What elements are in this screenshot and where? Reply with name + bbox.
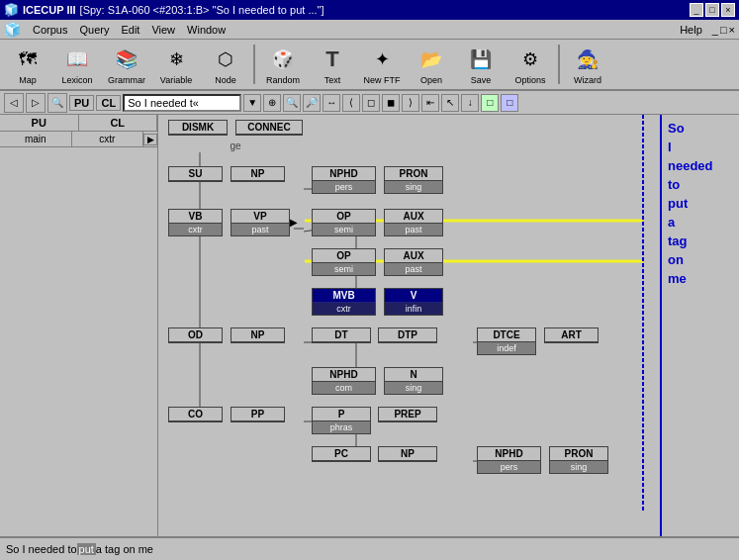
search-prev-button[interactable]: ◁ — [4, 93, 24, 113]
node-np3[interactable]: NP — [378, 446, 437, 462]
app-close-button[interactable]: × — [729, 24, 735, 36]
word-me[interactable]: me — [664, 269, 737, 288]
arrow-button[interactable]: ▶ — [143, 134, 157, 145]
right-panel: So I needed to put a tag on me — [660, 115, 739, 536]
word-tag[interactable]: tag — [664, 232, 737, 250]
node-op1[interactable]: OP semi — [312, 209, 376, 236]
maximize-button[interactable]: □ — [705, 3, 719, 17]
node-aux1[interactable]: AUX past — [384, 209, 443, 236]
np1-label: NP — [231, 167, 284, 181]
search-input[interactable] — [123, 94, 241, 112]
search-color-1[interactable]: □ — [481, 94, 499, 112]
node-connec[interactable]: CONNEC — [235, 120, 303, 136]
node-dtce[interactable]: DTCE indef — [477, 327, 536, 355]
pu-header: PU — [0, 115, 79, 131]
minimize-button[interactable]: _ — [690, 3, 703, 17]
menu-help[interactable]: Help — [674, 22, 708, 38]
node-n[interactable]: N sing — [384, 367, 443, 395]
node-vp[interactable]: VP past — [231, 209, 290, 236]
window-title: [Spy: S1A-060 <#203:1:B> "So I needed to… — [80, 4, 324, 16]
node-od[interactable]: OD — [168, 327, 223, 343]
menu-view[interactable]: View — [145, 22, 181, 38]
node-np2[interactable]: NP — [231, 327, 285, 343]
close-button[interactable]: × — [721, 3, 735, 17]
pron2-sub: sing — [550, 461, 607, 473]
app-minimize-button[interactable]: _ — [712, 24, 718, 36]
node-nphd1[interactable]: NPHD pers — [312, 166, 376, 194]
node-co[interactable]: CO — [168, 407, 223, 422]
toolbar-lexicon-button[interactable]: 📖 Lexicon — [53, 41, 101, 88]
nphd3-top: NPHD — [478, 447, 540, 461]
toolbar-map-label: Map — [19, 75, 37, 85]
menu-corpus[interactable]: Corpus — [27, 22, 73, 38]
toolbar: 🗺 Map 📖 Lexicon 📚 Grammar ❄ Variable ⬡ N… — [0, 40, 739, 91]
node-pron2[interactable]: PRON sing — [549, 446, 608, 474]
search-action-2[interactable]: 🔍 — [283, 94, 301, 112]
ge-label: ge — [168, 140, 303, 151]
toolbar-newftf-button[interactable]: ✦ New FTF — [358, 41, 406, 88]
search-action-6[interactable]: ◻ — [362, 94, 380, 112]
diagram-area: DISMK CONNEC ge SU NP NPHD pers PRON sin… — [158, 115, 660, 536]
menu-window[interactable]: Window — [181, 22, 231, 38]
word-so[interactable]: So — [664, 119, 737, 138]
word-needed[interactable]: needed — [664, 156, 737, 175]
search-action-9[interactable]: ⇤ — [421, 94, 439, 112]
cl-label: CL — [96, 95, 121, 111]
word-a[interactable]: a — [664, 213, 737, 232]
node-nphd2[interactable]: NPHD com — [312, 367, 376, 395]
word-put[interactable]: put — [664, 194, 737, 213]
menu-bar: 🧊 Corpus Query Edit View Window Help _ □… — [0, 20, 739, 40]
search-action-11[interactable]: ↓ — [461, 94, 479, 112]
toolbar-random-button[interactable]: 🎲 Random — [259, 41, 307, 88]
pu-cl-row: main cxtr ▶ — [0, 132, 157, 147]
word-i[interactable]: I — [664, 138, 737, 156]
node-p[interactable]: P phras — [312, 407, 371, 434]
node-pron1[interactable]: PRON sing — [384, 166, 443, 194]
toolbar-grammar-button[interactable]: 📚 Grammar — [103, 41, 150, 88]
node-np1[interactable]: NP — [231, 166, 285, 182]
node-dt[interactable]: DT — [312, 327, 371, 343]
toolbar-variable-button[interactable]: ❄ Variable — [152, 41, 200, 88]
dtce-top: DTCE — [478, 328, 535, 342]
mvb-top: MVB — [313, 289, 375, 303]
node-prep[interactable]: PREP — [378, 407, 437, 422]
search-action-8[interactable]: ⟩ — [402, 94, 419, 112]
search-action-4[interactable]: ↔ — [323, 94, 340, 112]
search-action-5[interactable]: ⟨ — [342, 94, 360, 112]
search-dropdown-button[interactable]: ▼ — [243, 94, 261, 112]
aux2-sub: past — [385, 263, 442, 275]
node-art[interactable]: ART — [544, 327, 599, 343]
node-nphd3[interactable]: NPHD pers — [477, 446, 541, 474]
node-v[interactable]: V infin — [384, 288, 443, 316]
node-op2[interactable]: OP semi — [312, 248, 376, 276]
node-pc[interactable]: PC — [312, 446, 371, 462]
toolbar-node-button[interactable]: ⬡ Node — [202, 41, 249, 88]
word-to[interactable]: to — [664, 175, 737, 194]
toolbar-open-button[interactable]: 📂 Open — [408, 41, 455, 88]
op2-top: OP — [313, 249, 375, 263]
search-action-1[interactable]: ⊕ — [263, 94, 281, 112]
search-action-7[interactable]: ◼ — [382, 94, 400, 112]
node-aux2[interactable]: AUX past — [384, 248, 443, 276]
node-pp[interactable]: PP — [231, 407, 285, 422]
node-su[interactable]: SU — [168, 166, 223, 182]
search-next-button[interactable]: ▷ — [26, 93, 46, 113]
search-action-3[interactable]: 🔎 — [303, 94, 321, 112]
toolbar-save-button[interactable]: 💾 Save — [457, 41, 505, 88]
toolbar-map-button[interactable]: 🗺 Map — [4, 41, 51, 88]
toolbar-text-button[interactable]: T Text — [309, 41, 356, 88]
toolbar-wizard-button[interactable]: 🧙 Wizard — [564, 41, 611, 88]
search-action-10[interactable]: ↖ — [441, 94, 459, 112]
search-zoom-button[interactable]: 🔍 — [47, 93, 67, 113]
node-dtp[interactable]: DTP — [378, 327, 437, 343]
menu-edit[interactable]: Edit — [115, 22, 145, 38]
toolbar-options-button[interactable]: ⚙ Options — [507, 41, 554, 88]
word-on[interactable]: on — [664, 250, 737, 269]
toolbar-text-label: Text — [324, 75, 341, 85]
node-dismk[interactable]: DISMK — [168, 120, 228, 136]
node-vb[interactable]: VB cxtr — [168, 209, 223, 236]
search-color-2[interactable]: □ — [501, 94, 518, 112]
app-maximize-button[interactable]: □ — [720, 24, 727, 36]
node-mvb[interactable]: MVB cxtr — [312, 288, 376, 316]
menu-query[interactable]: Query — [73, 22, 115, 38]
